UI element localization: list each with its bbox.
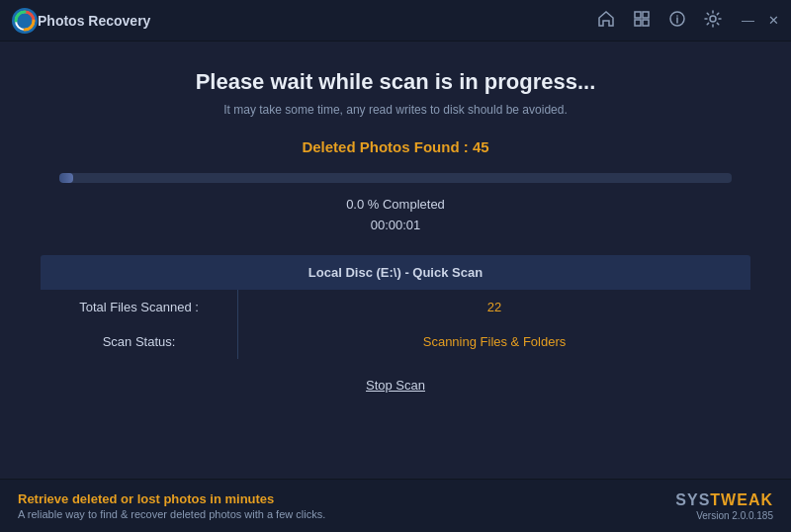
nav-icons: [597, 10, 722, 32]
app-title: Photos Recovery: [38, 13, 597, 29]
stop-scan-button[interactable]: Stop Scan: [366, 378, 425, 393]
footer-brand: SYSTWEAK Version 2.0.0.185: [675, 491, 773, 521]
scan-status-value: Scanning Files & Folders: [238, 324, 751, 360]
svg-rect-3: [643, 12, 649, 18]
scan-title: Please wait while scan is in progress...: [40, 69, 751, 95]
info-icon[interactable]: [668, 10, 686, 32]
title-bar: Photos Recovery: [0, 0, 791, 42]
svg-point-9: [710, 16, 716, 22]
brand-sys: SYS: [675, 491, 710, 508]
svg-rect-5: [643, 20, 649, 26]
progress-bar-container: [59, 173, 732, 183]
main-panel: Please wait while scan is in progress...…: [0, 42, 791, 413]
footer: Retrieve deleted or lost photos in minut…: [0, 479, 791, 532]
table-row: Scan Status: Scanning Files & Folders: [41, 324, 751, 360]
scan-subtitle: It may take some time, any read writes t…: [40, 103, 751, 117]
window-controls: — ✕: [742, 14, 779, 27]
svg-rect-2: [635, 12, 641, 18]
deleted-photos-count: Deleted Photos Found : 45: [40, 138, 751, 155]
settings-icon[interactable]: [704, 10, 722, 32]
app-logo: [12, 8, 38, 34]
footer-left: Retrieve deleted or lost photos in minut…: [18, 491, 325, 520]
minimize-button[interactable]: —: [742, 14, 754, 27]
scan-table-header: Local Disc (E:\) - Quick Scan: [41, 255, 751, 291]
stop-scan-container: Stop Scan: [40, 360, 751, 394]
progress-percent: 0.0 % Completed: [40, 197, 751, 212]
home-icon[interactable]: [597, 10, 615, 32]
files-scanned-label: Total Files Scanned :: [41, 290, 238, 324]
footer-tagline: Retrieve deleted or lost photos in minut…: [18, 491, 325, 506]
scan-timer: 00:00:01: [40, 218, 751, 232]
close-button[interactable]: ✕: [768, 14, 779, 27]
scan-status-label: Scan Status:: [41, 324, 238, 360]
progress-bar-fill: [59, 173, 73, 183]
scan-icon[interactable]: [633, 10, 651, 32]
footer-subtext: A reliable way to find & recover deleted…: [18, 508, 325, 520]
table-row: Total Files Scanned : 22: [41, 290, 751, 324]
brand-tweak: TWEAK: [710, 491, 773, 508]
files-scanned-value: 22: [238, 290, 751, 324]
footer-version: Version 2.0.0.185: [675, 510, 773, 521]
deleted-count-value: 45: [473, 138, 489, 155]
svg-point-8: [676, 15, 678, 17]
brand-name: SYSTWEAK: [675, 491, 773, 509]
scan-table: Local Disc (E:\) - Quick Scan Total File…: [40, 254, 751, 360]
svg-rect-4: [635, 20, 641, 26]
